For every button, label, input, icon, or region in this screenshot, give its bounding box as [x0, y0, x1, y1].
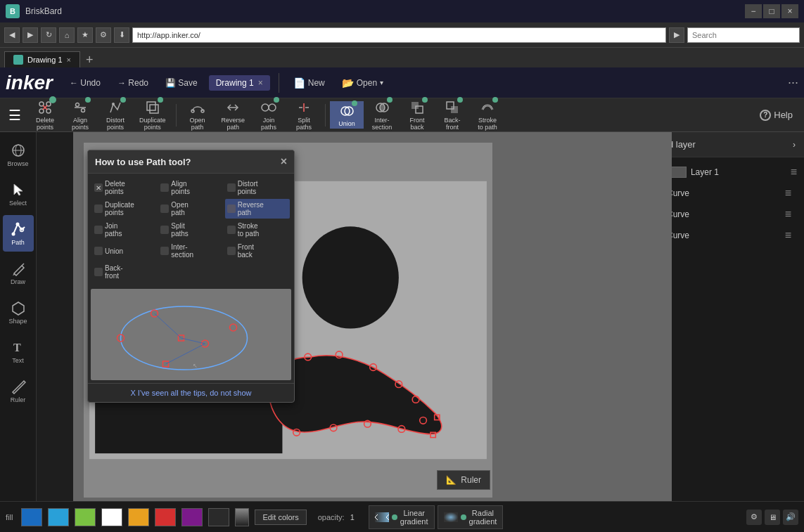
path-tool[interactable]: Path — [3, 215, 34, 252]
shape-tool[interactable]: Shape — [3, 294, 34, 330]
draw-tool[interactable]: Draw — [3, 254, 34, 291]
more-options-button[interactable]: ··· — [788, 75, 798, 90]
select-icon — [10, 181, 27, 198]
split-paths-tool[interactable]: Splitpaths — [287, 98, 321, 133]
tab-close-icon[interactable]: × — [258, 78, 263, 88]
tab-drawing1[interactable]: Drawing 1 × — [4, 51, 80, 67]
tip-stroke-to-path[interactable]: Stroketo path — [225, 220, 290, 240]
tip-front-back[interactable]: Frontback — [225, 241, 290, 261]
tip-duplicate-points[interactable]: Duplicatepoints — [92, 199, 157, 219]
intersection-tool[interactable]: Inter-section — [365, 98, 399, 133]
tip-intersection[interactable]: Inter-section — [158, 241, 223, 261]
front-back-tool[interactable]: Frontback — [400, 98, 434, 133]
redo-button[interactable]: → Redo — [112, 75, 154, 91]
status-icon-2[interactable]: 🖥 — [765, 510, 780, 525]
tip-union[interactable]: Union — [92, 241, 157, 261]
tip-open-path[interactable]: Openpath — [158, 199, 223, 219]
tip-align-points[interactable]: Alignpoints — [158, 178, 223, 197]
linear-gradient-button[interactable]: Lineargradient — [369, 505, 435, 529]
tip-distort-points[interactable]: Distortpoints — [225, 178, 290, 197]
search-input[interactable] — [687, 27, 800, 43]
url-input[interactable] — [132, 27, 666, 43]
tab-close-button[interactable]: × — [67, 56, 71, 64]
join-paths-tool[interactable]: Joinpaths — [252, 98, 286, 133]
ruler-tool[interactable]: Ruler — [3, 372, 34, 409]
forward-button[interactable]: ▶ — [23, 27, 38, 43]
color-blue[interactable] — [21, 508, 42, 526]
color-purple[interactable] — [181, 508, 203, 526]
svg-point-8 — [82, 108, 85, 112]
svg-point-29 — [15, 223, 19, 226]
tooltip-close-button[interactable]: × — [281, 155, 287, 168]
status-icon-3[interactable]: 🔊 — [783, 510, 798, 525]
svg-rect-21 — [411, 102, 419, 109]
curve-3-menu[interactable]: ≡ — [785, 229, 791, 242]
help-button[interactable]: ? Help — [751, 107, 801, 124]
reverse-path-tool[interactable]: Reversepath — [216, 98, 251, 133]
badge — [85, 97, 91, 103]
select-label: Select — [9, 200, 27, 207]
download-button[interactable]: ⬇ — [114, 27, 129, 43]
curve-1-menu[interactable]: ≡ — [785, 187, 791, 200]
help-icon: ? — [760, 110, 771, 121]
save-button[interactable]: 💾 Save — [160, 75, 203, 91]
reverse-path-icon — [224, 99, 241, 116]
reload-button[interactable]: ↻ — [41, 27, 56, 43]
home-button[interactable]: ⌂ — [59, 27, 75, 43]
status-icon-1[interactable]: ⚙ — [746, 510, 762, 525]
fill-label: fill — [6, 513, 13, 521]
tip-split-paths[interactable]: Splitpaths — [158, 220, 223, 240]
path-tool-tooltip: How to use Path tool? × ✕ Deletepoints A… — [87, 150, 295, 403]
close-button[interactable]: × — [781, 4, 798, 18]
new-document-button[interactable]: 📄 New — [288, 74, 331, 91]
open-button[interactable]: 📂 Open ▾ — [336, 74, 389, 91]
settings-button[interactable]: ⚙ — [96, 27, 111, 43]
color-orange[interactable] — [128, 508, 149, 526]
union-tool[interactable]: Union — [330, 101, 364, 129]
back-front-tool[interactable]: Back-front — [435, 98, 469, 133]
opacity-value: 1 — [350, 513, 355, 521]
color-black[interactable] — [208, 508, 229, 526]
text-tool[interactable]: T Text — [3, 333, 34, 370]
align-points-tool[interactable]: Alignpoints — [63, 98, 97, 133]
new-tab-button[interactable]: + — [82, 53, 98, 67]
color-white[interactable] — [101, 508, 122, 526]
back-button[interactable]: ◀ — [4, 27, 20, 43]
tip-duplicate-icon — [94, 205, 103, 213]
svg-marker-34 — [13, 381, 25, 394]
undo-button[interactable]: ← Undo — [64, 75, 106, 91]
minimize-button[interactable]: − — [745, 4, 762, 18]
linear-gradient-icon — [375, 512, 389, 522]
edit-colors-button[interactable]: Edit colors — [255, 510, 306, 525]
delete-points-tool[interactable]: Deletepoints — [28, 98, 62, 133]
transparency-swatch[interactable] — [235, 508, 249, 526]
ruler-button[interactable]: 📐 Ruler — [437, 470, 490, 490]
canvas-bg: How to use Path tool? × ✕ Deletepoints A… — [84, 143, 492, 498]
tip-back-front[interactable]: Back-front — [92, 262, 157, 282]
align-points-icon — [72, 99, 89, 116]
open-path-tool[interactable]: Openpath — [181, 98, 215, 133]
radial-gradient-button[interactable]: Radialgradient — [438, 505, 504, 529]
tip-reverse-path[interactable]: Reversepath — [225, 199, 290, 219]
color-red[interactable] — [155, 508, 176, 526]
browse-icon — [10, 142, 27, 159]
layer-menu-button[interactable]: ≡ — [791, 166, 797, 179]
color-cyan[interactable] — [48, 508, 69, 526]
menu-toggle-button[interactable]: ☰ — [3, 104, 27, 126]
select-tool[interactable]: Select — [3, 176, 34, 212]
bookmark-button[interactable]: ★ — [77, 27, 93, 43]
maximize-button[interactable]: □ — [763, 4, 780, 18]
tooltip-dismiss[interactable]: X I've seen all the tips, do not show — [88, 383, 294, 402]
duplicate-points-tool[interactable]: Duplicatepoints — [134, 98, 172, 133]
tip-delete-points[interactable]: ✕ Deletepoints — [92, 178, 157, 197]
tip-align-icon — [160, 183, 169, 192]
color-green[interactable] — [75, 508, 96, 526]
stroke-to-path-tool[interactable]: Stroketo path — [471, 98, 504, 133]
go-button[interactable]: ▶ — [669, 27, 684, 43]
curve-2-menu[interactable]: ≡ — [785, 208, 791, 221]
badge — [422, 97, 428, 103]
badge — [158, 97, 163, 103]
browse-tool[interactable]: Browse — [3, 136, 34, 173]
distort-points-tool[interactable]: Distortpoints — [98, 98, 132, 133]
tip-join-paths[interactable]: Joinpaths — [92, 220, 157, 240]
